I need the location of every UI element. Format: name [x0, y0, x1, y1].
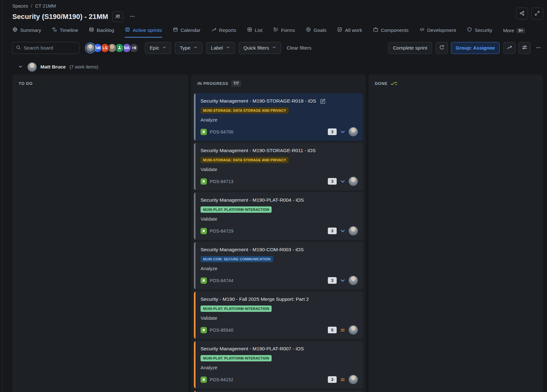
tab-goals[interactable]: Goals	[306, 27, 327, 38]
board-card-partial[interactable]	[194, 390, 363, 392]
column-done: DONE	[369, 74, 543, 392]
epic-label-chip[interactable]: M190-PLAT: PLATFORM INTERACTION	[201, 206, 272, 213]
feedback-button[interactable]	[436, 42, 448, 54]
title-more-button[interactable]	[128, 12, 137, 21]
tab-active-sprints[interactable]: Active sprints	[125, 27, 162, 38]
card-title: Security Management - M190-STORAGE-R011 …	[201, 148, 316, 153]
tab-more[interactable]: More 9+	[503, 28, 525, 38]
dropdown-label: Quick filters	[243, 45, 269, 51]
epic-label-chip[interactable]: M190-PLAT: PLATFORM INTERACTION	[201, 306, 272, 312]
board-columns-icon	[125, 27, 130, 33]
search-icon	[16, 45, 21, 51]
checkbox-icon	[337, 27, 342, 33]
sidebar-edge-divider	[3, 0, 3, 392]
epic-label-chip[interactable]: M190-PLAT: PLATFORM INTERACTION	[201, 355, 272, 361]
share-button[interactable]	[516, 8, 528, 20]
quick-filters-dropdown[interactable]: Quick filters	[239, 42, 281, 54]
code-icon	[419, 27, 425, 33]
epic-label-chip[interactable]: M190-STORAGE: DATA STORAGE AND PRIVACY	[201, 157, 289, 163]
assignee-avatar[interactable]	[349, 325, 358, 335]
page-title: Security (S190/M190) - 21MM	[12, 13, 108, 21]
board-toolbar: AM LS NA +9 Epic Type Label	[12, 42, 543, 54]
avatar-matt-bruce[interactable]	[86, 43, 95, 53]
estimate-badge: 3	[328, 178, 337, 185]
tab-development[interactable]: Development	[419, 27, 456, 38]
chart-trend-icon	[211, 27, 217, 33]
column-title: DONE	[375, 81, 388, 86]
collapse-group-button[interactable]	[17, 64, 24, 70]
assignee-avatar-filter: AM LS NA +9	[86, 43, 139, 53]
toolbar-more-button[interactable]	[534, 43, 543, 53]
tab-timeline[interactable]: Timeline	[52, 27, 78, 38]
checklist-icon	[390, 81, 398, 86]
story-type-icon	[201, 228, 207, 234]
breadcrumb-project[interactable]: CT 21MM	[35, 3, 56, 9]
estimate-badge: 3	[328, 128, 337, 135]
column-todo: TO DO	[12, 74, 189, 392]
epic-label-chip[interactable]: M190-COM: SECURE COMMUNICATION	[201, 256, 273, 262]
epic-label-chip[interactable]: M190-STORAGE: DATA STORAGE AND PRIVACY	[201, 107, 289, 114]
card-title: Security Management - M190-PLAT-R004 - i…	[201, 197, 304, 203]
assignee-avatar[interactable]	[349, 276, 358, 285]
dropdown-label: Epic	[150, 45, 159, 51]
board-card[interactable]: Security Management - M190-STORAGE-R011 …	[194, 143, 363, 190]
board-card[interactable]: Security Management - M190-PLAT-R007 - i…	[194, 341, 363, 389]
table-icon	[247, 27, 252, 33]
search-input[interactable]	[24, 45, 76, 51]
assignee-avatar[interactable]	[349, 226, 358, 235]
card-title: Security Management - M190-PLAT-R007 - i…	[201, 346, 304, 352]
sliders-icon	[522, 45, 527, 51]
expand-button[interactable]	[531, 8, 543, 20]
card-list: Security Management - M190-STORAGE-R018 …	[191, 93, 366, 392]
search-board-field[interactable]	[12, 42, 79, 54]
epic-filter-dropdown[interactable]: Epic	[145, 42, 171, 54]
tab-summary[interactable]: Summary	[12, 27, 41, 38]
clear-filters-button[interactable]: Clear filters	[287, 45, 311, 51]
board-card[interactable]: Security Management - M190-STORAGE-R018 …	[194, 93, 363, 141]
card-key[interactable]: POS-84713	[210, 179, 233, 184]
tab-reports[interactable]: Reports	[211, 27, 236, 38]
tab-components[interactable]: Components	[373, 27, 409, 38]
tab-label: Reports	[219, 27, 236, 33]
assignee-avatar[interactable]	[349, 375, 358, 384]
board-card[interactable]: Security Management - M190-PLAT-R004 - i…	[194, 192, 363, 240]
person-icon	[117, 45, 122, 51]
tab-backlog[interactable]: Backlog	[89, 27, 114, 38]
estimate-badge: 3	[328, 277, 337, 284]
edit-icon[interactable]	[320, 98, 326, 104]
insights-button[interactable]	[503, 42, 515, 54]
card-key[interactable]: POS-84152	[210, 377, 233, 382]
board-card[interactable]: Security - M190 - Fall 2025 Merge Suppor…	[194, 291, 363, 339]
timeline-icon	[52, 27, 57, 33]
target-icon	[306, 27, 311, 33]
breadcrumb-spaces[interactable]: Spaces	[12, 3, 28, 9]
team-members-button[interactable]	[112, 11, 123, 22]
complete-sprint-button[interactable]: Complete sprint	[388, 42, 432, 54]
share-icon	[519, 10, 525, 17]
story-type-icon	[201, 129, 207, 135]
priority-icon	[340, 277, 346, 284]
card-title: Security Management - M190-STORAGE-R018 …	[201, 98, 316, 104]
card-status: Validate	[201, 167, 358, 173]
assignee-avatar[interactable]	[349, 177, 358, 186]
assignee-avatar[interactable]	[349, 127, 358, 136]
board-settings-button[interactable]	[519, 42, 531, 54]
tab-list[interactable]: List	[247, 27, 262, 38]
label-filter-dropdown[interactable]: Label	[206, 42, 235, 54]
card-key[interactable]: POS-84744	[210, 278, 233, 283]
board-card[interactable]: Security Management - M190-COM-R003 - iO…	[194, 242, 363, 289]
priority-icon	[340, 327, 346, 333]
group-by-assignee-button[interactable]: Group: Assignee	[451, 42, 500, 54]
toolbar-right: Complete sprint Group: Assignee	[388, 42, 543, 54]
card-key[interactable]: POS-85540	[210, 328, 233, 333]
tab-calendar[interactable]: Calendar	[173, 27, 201, 38]
card-key[interactable]: POS-84729	[210, 229, 233, 234]
tab-all-work[interactable]: All work	[337, 27, 362, 38]
card-status: Analyze	[201, 117, 358, 123]
type-filter-dropdown[interactable]: Type	[175, 42, 202, 54]
tab-security[interactable]: Security	[467, 27, 492, 38]
toolbar-left: AM LS NA +9 Epic Type Label	[12, 42, 311, 54]
people-icon	[115, 14, 121, 20]
tab-forms[interactable]: Forms	[273, 27, 295, 38]
card-key[interactable]: POS-84700	[210, 129, 233, 134]
